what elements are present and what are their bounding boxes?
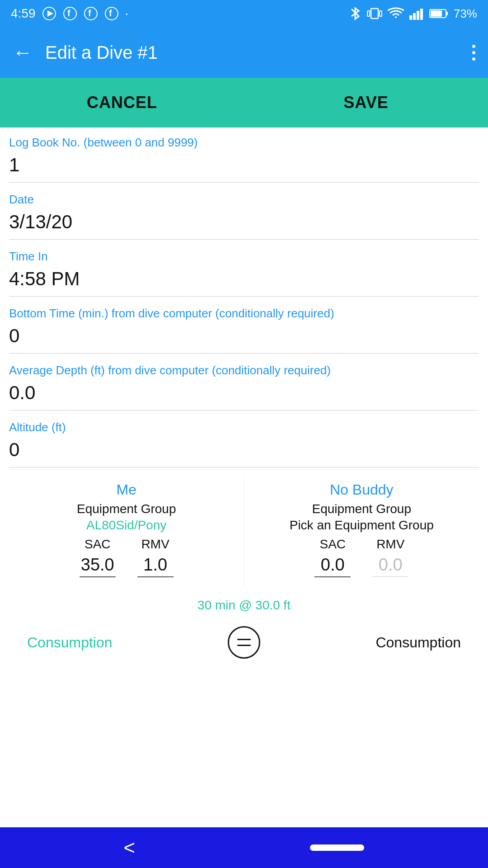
svg-rect-14 <box>420 9 423 20</box>
save-button[interactable]: SAVE <box>244 78 488 127</box>
facebook-icon-1: f <box>63 6 77 21</box>
equipment-left: Me Equipment Group AL80Sid/Pony SAC 35.0… <box>9 477 244 586</box>
equals-line-1 <box>237 639 251 640</box>
svg-text:f: f <box>109 8 112 18</box>
equipment-left-rmv-col: RMV 1.0 <box>137 537 174 577</box>
bottom-time-value[interactable]: 0 <box>9 325 479 350</box>
status-right: 73% <box>349 5 477 22</box>
bottom-nav-bar: < <box>0 827 488 868</box>
equipment-right-sac-col: SAC 0.0 <box>314 537 351 577</box>
equipment-right-sac-rmv: SAC 0.0 RMV 0.0 <box>314 537 408 577</box>
svg-rect-13 <box>417 11 419 20</box>
facebook-icon-2: f <box>84 6 98 21</box>
svg-rect-16 <box>446 12 448 15</box>
svg-rect-10 <box>380 11 382 16</box>
bottom-time-field: Bottom Time (min.) from dive computer (c… <box>9 298 479 354</box>
logbook-label: Log Book No. (between 0 and 9999) <box>9 136 479 150</box>
svg-rect-12 <box>413 13 416 20</box>
equipment-right-rmv-value[interactable]: 0.0 <box>372 555 408 577</box>
equipment-right-sac-value: 0.0 <box>314 555 351 577</box>
dot-1 <box>472 45 475 48</box>
equals-line-2 <box>237 645 251 646</box>
equipment-left-sac-value: 35.0 <box>80 555 116 577</box>
play-icon <box>42 6 56 21</box>
equipment-left-sac-col: SAC 35.0 <box>80 537 116 577</box>
wifi-icon <box>388 7 404 20</box>
home-pill[interactable] <box>310 844 364 851</box>
equipment-left-rmv-label: RMV <box>141 537 169 552</box>
bottom-back-button[interactable]: < <box>124 836 136 859</box>
action-bar: CANCEL SAVE <box>0 78 488 127</box>
spacer <box>0 748 488 828</box>
time-in-value[interactable]: 4:58 PM <box>9 268 479 293</box>
dot-3 <box>472 57 475 61</box>
svg-marker-1 <box>47 10 53 17</box>
status-bar: 4:59 f f f · 73% <box>0 0 488 27</box>
back-button[interactable]: ← <box>13 41 33 64</box>
time-in-label: Time In <box>9 250 479 264</box>
equipment-left-name: Me <box>117 481 136 498</box>
dive-info-row: 30 min @ 30.0 ft <box>9 594 479 617</box>
notification-dot: · <box>125 6 129 21</box>
equipment-right-group-label: Equipment Group <box>312 502 411 516</box>
date-label: Date <box>9 193 479 207</box>
app-bar-title: Edit a Dive #1 <box>45 42 460 63</box>
logbook-value[interactable]: 1 <box>9 154 479 179</box>
equipment-left-group-value[interactable]: AL80Sid/Pony <box>86 518 166 533</box>
bluetooth-icon <box>349 5 361 22</box>
equipment-left-sac-label: SAC <box>84 537 111 552</box>
equals-icon <box>228 626 260 659</box>
avg-depth-value[interactable]: 0.0 <box>9 382 479 407</box>
battery-icon <box>429 8 448 19</box>
logbook-field: Log Book No. (between 0 and 9999) 1 <box>9 127 479 183</box>
more-menu-button[interactable] <box>472 42 475 63</box>
bottom-time-label: Bottom Time (min.) from dive computer (c… <box>9 307 479 321</box>
altitude-field: Altitude (ft) 0 <box>9 412 479 467</box>
battery-percent: 73% <box>454 7 477 21</box>
avg-depth-field: Average Depth (ft) from dive computer (c… <box>9 355 479 410</box>
avg-depth-label: Average Depth (ft) from dive computer (c… <box>9 363 479 377</box>
svg-rect-8 <box>371 9 378 19</box>
status-time: 4:59 <box>11 6 36 21</box>
svg-rect-17 <box>431 10 442 17</box>
dot-2 <box>472 51 475 54</box>
consumption-right-label: Consumption <box>375 634 461 651</box>
svg-rect-11 <box>409 15 412 20</box>
altitude-label: Altitude (ft) <box>9 420 479 434</box>
equipment-left-sac-rmv: SAC 35.0 RMV 1.0 <box>80 537 174 577</box>
date-value[interactable]: 3/13/20 <box>9 211 479 236</box>
signal-icon <box>409 7 424 20</box>
equipment-right-sac-label: SAC <box>319 537 346 552</box>
consumption-left-label[interactable]: Consumption <box>27 634 113 651</box>
form-content: Log Book No. (between 0 and 9999) 1 Date… <box>0 127 488 748</box>
equipment-right: No Buddy Equipment Group Pick an Equipme… <box>244 477 479 586</box>
status-left: 4:59 f f f · <box>11 6 128 21</box>
equipment-left-rmv-value[interactable]: 1.0 <box>137 555 174 577</box>
equipment-right-name: No Buddy <box>330 481 394 498</box>
equipment-right-group-value[interactable]: Pick an Equipment Group <box>290 518 434 533</box>
consumption-row: Consumption Consumption <box>9 617 479 668</box>
svg-rect-9 <box>367 11 370 16</box>
equipment-right-rmv-col: RMV 0.0 <box>372 537 408 577</box>
cancel-button[interactable]: CANCEL <box>0 78 244 127</box>
equipment-left-group-label: Equipment Group <box>77 502 176 516</box>
svg-text:f: f <box>67 8 70 18</box>
svg-text:f: f <box>88 8 91 18</box>
vibrate-icon <box>367 6 382 21</box>
equipment-section: Me Equipment Group AL80Sid/Pony SAC 35.0… <box>9 469 479 594</box>
time-in-field: Time In 4:58 PM <box>9 241 479 297</box>
equipment-right-rmv-label: RMV <box>376 537 404 552</box>
altitude-value[interactable]: 0 <box>9 439 479 464</box>
date-field: Date 3/13/20 <box>9 184 479 240</box>
facebook-icon-3: f <box>104 6 119 21</box>
app-bar: ← Edit a Dive #1 <box>0 27 488 78</box>
